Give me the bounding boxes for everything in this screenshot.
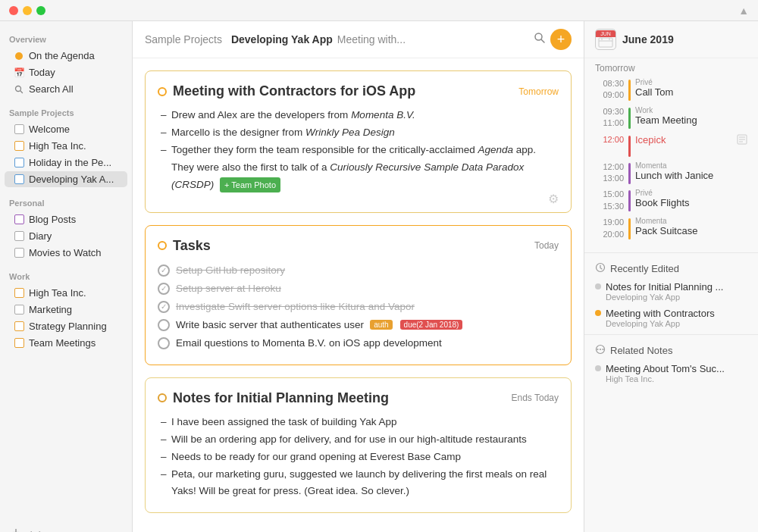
task-check-5[interactable] xyxy=(158,337,170,349)
sidebar-item-diary[interactable]: Diary xyxy=(5,228,127,244)
planning-item-3: Needs to be ready for our grand opening … xyxy=(164,449,559,466)
re-item-1[interactable]: Notes for Initial Planning ... Developin… xyxy=(584,278,758,305)
note-icon-movies xyxy=(14,248,24,258)
header-title: Developing Yak App xyxy=(231,33,333,45)
note-icon-3 xyxy=(737,134,747,147)
header-search-button[interactable] xyxy=(534,32,546,47)
calendar-header: JUN June 2019 xyxy=(584,21,758,58)
sidebar-item-today[interactable]: 📅 Today xyxy=(5,64,127,80)
work-label: Work xyxy=(0,266,132,284)
event-start-3: 12:00 xyxy=(603,134,624,146)
note-icon-holiday xyxy=(14,158,24,168)
right-panel: JUN June 2019 Tomorrow 08:30 09:00 Privé… xyxy=(584,21,758,532)
sidebar-item-marketing[interactable]: Marketing xyxy=(5,302,127,318)
related-notes-header: Related Notes xyxy=(584,338,758,360)
event-end-2: 11:00 xyxy=(603,117,624,129)
header-add-button[interactable]: + xyxy=(550,29,572,50)
planning-item-4: Peta, our marketing guru, suggested we l… xyxy=(164,466,559,501)
divider-2 xyxy=(584,334,758,335)
svg-point-16 xyxy=(603,349,604,350)
event-pack-suitcase[interactable]: 19:00 20:00 Momenta Pack Suitcase xyxy=(595,217,747,240)
task-check-2[interactable]: ✓ xyxy=(158,283,170,295)
recently-edited-label: Recently Edited xyxy=(610,263,679,274)
task-item-5: Email questions to Momenta B.V. on iOS a… xyxy=(158,334,559,352)
card-dot-orange xyxy=(158,87,167,96)
vapor-link[interactable]: Vapor xyxy=(388,301,415,312)
sidebar-item-team-meetings[interactable]: Team Meetings xyxy=(5,335,127,351)
welcome-label: Welcome xyxy=(29,124,70,135)
re-sub-1: Developing Yak App xyxy=(606,293,747,302)
event-content-5: Privé Book Flights xyxy=(635,189,747,210)
sidebar-nav-forward[interactable]: › xyxy=(39,527,42,532)
event-start-1: 08:30 xyxy=(603,78,624,89)
card-initial-planning: Notes for Initial Planning Meeting Ends … xyxy=(145,377,572,514)
sidebar-section-overview: Overview On the Agenda 📅 Today Search Al… xyxy=(0,29,132,98)
event-start-5: 15:00 xyxy=(603,189,624,200)
gear-icon[interactable]: ⚙ xyxy=(548,192,559,206)
card-planning-body: I have been assigned the task of buildin… xyxy=(158,414,559,501)
sidebar-item-blog-posts[interactable]: Blog Posts xyxy=(5,211,127,227)
sidebar-item-search-all[interactable]: Search All xyxy=(5,81,127,97)
event-lunch-janice[interactable]: 12:00 13:00 Momenta Lunch with Janice xyxy=(595,161,747,185)
movies-label: Movies to Watch xyxy=(29,247,102,258)
event-title-5: Book Flights xyxy=(635,197,747,210)
event-end-5: 15:30 xyxy=(603,201,624,212)
event-bar-5 xyxy=(628,190,631,211)
event-title-1: Call Tom xyxy=(635,86,747,99)
sidebar: Overview On the Agenda 📅 Today Search Al… xyxy=(0,21,133,532)
sample-projects-label: Sample Projects xyxy=(0,102,132,120)
re-dot-2 xyxy=(595,310,601,316)
event-team-meeting[interactable]: 09:30 11:00 Work Team Meeting xyxy=(595,106,747,130)
sidebar-item-holiday[interactable]: Holiday in the Pe... xyxy=(5,155,127,171)
event-book-flights[interactable]: 15:00 15:30 Privé Book Flights xyxy=(595,189,747,212)
maximize-window-btn[interactable] xyxy=(36,6,45,15)
task-check-4[interactable] xyxy=(158,319,170,331)
heroku-link[interactable]: Heroku xyxy=(248,283,281,294)
card-planning-title: Notes for Initial Planning Meeting xyxy=(158,390,389,406)
event-title-4: Lunch with Janice xyxy=(635,170,747,183)
related-note-dot-1 xyxy=(595,365,601,371)
blog-posts-label: Blog Posts xyxy=(29,214,76,225)
note-icon-high-tea-work xyxy=(14,288,24,299)
event-cat-1: Privé xyxy=(635,78,747,86)
task-item-2: ✓ Setup server at Heroku xyxy=(158,280,559,298)
card-tasks-title: Tasks xyxy=(158,238,211,254)
event-content-1: Privé Call Tom xyxy=(635,78,747,99)
main-header: Sample Projects Developing Yak App Meeti… xyxy=(133,21,584,58)
sidebar-item-movies[interactable]: Movies to Watch xyxy=(5,245,127,261)
due-tag: due(2 Jan 2018) xyxy=(400,320,463,330)
event-icepick[interactable]: 12:00 Icepick xyxy=(595,134,747,157)
event-call-tom[interactable]: 08:30 09:00 Privé Call Tom xyxy=(595,78,747,102)
kitura-link[interactable]: Kitura xyxy=(339,301,365,312)
sidebar-item-on-agenda[interactable]: On the Agenda xyxy=(5,48,127,64)
minimize-window-btn[interactable] xyxy=(23,6,32,15)
card-planning-badge: Ends Today xyxy=(512,393,559,403)
overview-label: Overview xyxy=(0,29,132,47)
today-label: Today xyxy=(29,67,55,78)
personal-label: Personal xyxy=(0,192,132,211)
sidebar-item-high-tea-work[interactable]: High Tea Inc. xyxy=(5,285,127,301)
task-check-1[interactable]: ✓ xyxy=(158,264,170,277)
svg-point-2 xyxy=(535,33,542,40)
sidebar-item-strategy[interactable]: Strategy Planning xyxy=(5,318,127,334)
sidebar-item-high-tea[interactable]: High Tea Inc. xyxy=(5,138,127,154)
recently-edited-header: Recently Edited xyxy=(584,256,758,278)
re-dot-1 xyxy=(595,283,601,289)
team-photo-tag[interactable]: + Team Photo xyxy=(220,177,280,193)
sidebar-item-welcome[interactable]: Welcome xyxy=(5,121,127,137)
task-item-1: ✓ Setup GitHub repository xyxy=(158,261,559,280)
marketing-label: Marketing xyxy=(29,304,72,315)
task-check-3[interactable]: ✓ xyxy=(158,301,170,313)
sidebar-item-developing-yak[interactable]: Developing Yak A... xyxy=(5,171,127,187)
svg-point-14 xyxy=(597,349,599,350)
re-title-2: Meeting with Contractors xyxy=(595,308,747,319)
sidebar-add-button[interactable]: + xyxy=(9,526,23,532)
on-agenda-label: On the Agenda xyxy=(29,50,95,61)
re-sub-2: Developing Yak App xyxy=(606,319,747,328)
related-note-1[interactable]: Meeting About Tom's Suc... High Tea Inc. xyxy=(584,360,758,386)
event-bar-1 xyxy=(628,80,631,101)
close-window-btn[interactable] xyxy=(9,6,18,15)
event-start-4: 12:00 xyxy=(603,161,624,173)
sidebar-nav-back[interactable]: ‹ xyxy=(29,527,33,532)
re-item-2[interactable]: Meeting with Contractors Developing Yak … xyxy=(584,305,758,331)
